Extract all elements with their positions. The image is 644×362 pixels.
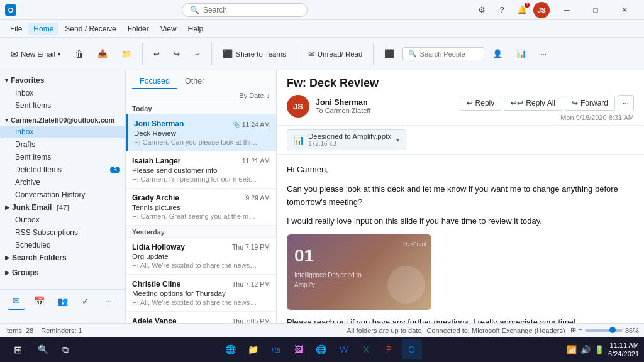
groups-header[interactable]: ▶ Groups (0, 266, 125, 279)
reading-meta: JS Joni Sherman To Carmen Zlateff ↩ Repl… (287, 95, 634, 121)
menu-send-receive[interactable]: Send / Receive (60, 23, 121, 35)
edge2-icon[interactable]: 🌐 (311, 339, 331, 359)
email-item-lidia-holloway[interactable]: Lidia Holloway Thu 7:19 PM Org update Hi… (126, 238, 276, 275)
photos-icon[interactable]: 🖼 (289, 339, 309, 359)
title-search-box[interactable]: 🔍 (182, 3, 308, 17)
excel-icon[interactable]: X (357, 339, 377, 359)
tasks-nav-icon[interactable]: ✓ (77, 292, 94, 310)
redo-button[interactable]: ↪ (168, 47, 186, 62)
view-icon-2[interactable]: ≡ (579, 327, 582, 334)
search-folders-header[interactable]: ▶ Search Folders (0, 251, 125, 264)
email-list: Focused Other By Date ↓ Today Joni Sherm… (126, 70, 277, 323)
new-email-dropdown-icon[interactable]: ▾ (58, 51, 61, 57)
reminders-count: Reminders: 1 (41, 327, 82, 334)
email-item-joni-sherman[interactable]: Joni Sherman 📎 11:24 AM Deck Review Hi C… (126, 114, 276, 151)
email-item-grady-archie[interactable]: Grady Archie 9:29 AM Tennis pictures Hi … (126, 189, 276, 226)
wifi-icon[interactable]: 📶 (567, 345, 577, 354)
sidebar-item-scheduled[interactable]: Scheduled (0, 239, 125, 251)
explorer-icon[interactable]: 📁 (243, 339, 264, 359)
settings-icon[interactable]: ⚙ (473, 1, 491, 19)
volume-icon[interactable]: 🔊 (580, 345, 591, 354)
move-button[interactable]: 📁 (116, 46, 137, 62)
sidebar-item-conversation[interactable]: Conversation History (0, 189, 125, 201)
email-time: 9:29 AM (245, 194, 270, 202)
battery-icon[interactable]: 🔋 (594, 345, 604, 354)
search-taskbar-icon[interactable]: 🔍 (33, 339, 53, 359)
menu-view[interactable]: View (155, 23, 182, 35)
search-people-box[interactable]: 🔍 (402, 47, 484, 60)
body-paragraph-2: I would really love input on this slide … (287, 215, 634, 228)
undo-button[interactable]: ↩ (148, 47, 165, 62)
store-icon[interactable]: 🛍 (266, 339, 286, 359)
forward-button[interactable]: ↪ Forward (565, 96, 615, 111)
new-email-button[interactable]: ✉ New Email ▾ (5, 46, 67, 62)
reply-all-button[interactable]: ↩↩ Reply All (504, 96, 562, 111)
filter-button[interactable]: ⬛ (379, 46, 400, 62)
menu-home[interactable]: Home (28, 23, 58, 35)
email-item-adele-vance[interactable]: Adele Vance Thu 7:05 PM Syllabus Week Hi… (126, 312, 276, 323)
account-section: ▾ Carmen.Zlateff00@outlook.com Inbox Dra… (0, 113, 125, 265)
groups-collapse-icon: ▶ (5, 270, 9, 276)
ribbon: ✉ New Email ▾ 🗑 📥 📁 ↩ ↪ → ⬛ Share to Tea… (0, 38, 644, 70)
add-contact-button[interactable]: 👤 (487, 46, 508, 62)
notifications-icon[interactable]: 🔔 1 (513, 1, 531, 19)
people-nav-icon[interactable]: 👥 (53, 292, 71, 310)
date-sort[interactable]: By Date ↓ (132, 92, 270, 99)
menu-folder[interactable]: Folder (123, 23, 154, 35)
search-input[interactable] (203, 6, 291, 14)
sidebar-item-drafts[interactable]: Drafts (0, 138, 125, 151)
task-view-icon[interactable]: ⧉ (55, 339, 75, 359)
help-icon[interactable]: ? (493, 1, 511, 19)
email-item-header: Grady Archie 9:29 AM (132, 194, 270, 202)
minimize-button[interactable]: ─ (552, 0, 581, 20)
reply-button[interactable]: ↩ Reply (460, 96, 502, 111)
close-button[interactable]: ✕ (610, 0, 639, 20)
junk-header[interactable]: ▶ Junk Email [47] (0, 201, 125, 214)
sidebar-item-archive[interactable]: Archive (0, 176, 125, 189)
maximize-button[interactable]: □ (581, 0, 610, 20)
user-avatar-icon[interactable]: JS (533, 2, 550, 18)
powerpoint-tb-icon[interactable]: P (379, 339, 399, 359)
ribbon-more-button[interactable]: ··· (535, 47, 552, 61)
attachment-dropdown-icon[interactable]: ▾ (396, 136, 399, 143)
unread-read-button[interactable]: ✉ Unread/ Read (303, 46, 369, 62)
view-icon-1[interactable]: ⊞ (570, 326, 576, 334)
favorites-header[interactable]: ▾ Favorites (0, 74, 125, 87)
attachment-pill[interactable]: 📊 Deesigned to Amplify.pptx 172.16 kB ▾ (287, 129, 406, 150)
search-people-input[interactable] (419, 50, 476, 58)
sidebar-item-sent[interactable]: Sent Items (0, 151, 125, 163)
sidebar-item-inbox[interactable]: Inbox (0, 126, 125, 138)
calendar-nav-icon[interactable]: 📅 (31, 292, 48, 310)
delete-button[interactable]: 🗑 (69, 46, 89, 62)
sidebar-item-deleted[interactable]: Deleted Items 3 (0, 163, 125, 176)
chart-button[interactable]: 📊 (511, 46, 532, 62)
outlook-icon: O (5, 4, 16, 16)
forward-arrow-button[interactable]: → (188, 47, 207, 61)
body-paragraph-1: Can you please look at this deck and let… (287, 183, 634, 209)
edge-icon[interactable]: 🌐 (221, 339, 241, 359)
sidebar-item-favorites-sent[interactable]: Sent Items (0, 99, 125, 112)
sidebar-item-rss[interactable]: RSS Subscriptions (0, 226, 125, 239)
more-nav-icon[interactable]: ··· (100, 292, 118, 310)
word-icon[interactable]: W (334, 339, 354, 359)
account-header[interactable]: ▾ Carmen.Zlateff00@outlook.com (0, 114, 125, 126)
archive-button[interactable]: 📥 (92, 46, 113, 62)
share-teams-button[interactable]: ⬛ Share to Teams (217, 46, 291, 62)
mail-nav-icon[interactable]: ✉ (8, 292, 25, 310)
zoom-slider[interactable] (585, 329, 623, 332)
sidebar-item-favorites-inbox[interactable]: Inbox (0, 87, 125, 99)
menu-help[interactable]: Help (183, 23, 209, 35)
menu-file[interactable]: File (5, 23, 27, 35)
outlook-tb-icon[interactable]: O (402, 339, 422, 359)
taskbar-clock[interactable]: 11:11 AM 6/24/2021 (608, 341, 639, 359)
email-item-isaiah-langer[interactable]: Isaiah Langer 11:21 AM Please send custo… (126, 151, 276, 189)
email-list-scroll[interactable]: Today Joni Sherman 📎 11:24 AM Deck Revie… (126, 102, 276, 323)
tab-other[interactable]: Other (177, 74, 212, 89)
taskbar-center: 🌐 📁 🛍 🖼 🌐 W X P O (221, 339, 422, 359)
search-people-icon: 🔍 (408, 50, 417, 58)
email-item-christie-cline[interactable]: Christie Cline Thu 7:12 PM Meeting optio… (126, 275, 276, 312)
start-button[interactable]: ⊞ (5, 337, 30, 362)
sidebar-item-outbox[interactable]: Outbox (0, 214, 125, 226)
more-actions-button[interactable]: ··· (618, 95, 634, 111)
tab-focused[interactable]: Focused (132, 74, 177, 89)
